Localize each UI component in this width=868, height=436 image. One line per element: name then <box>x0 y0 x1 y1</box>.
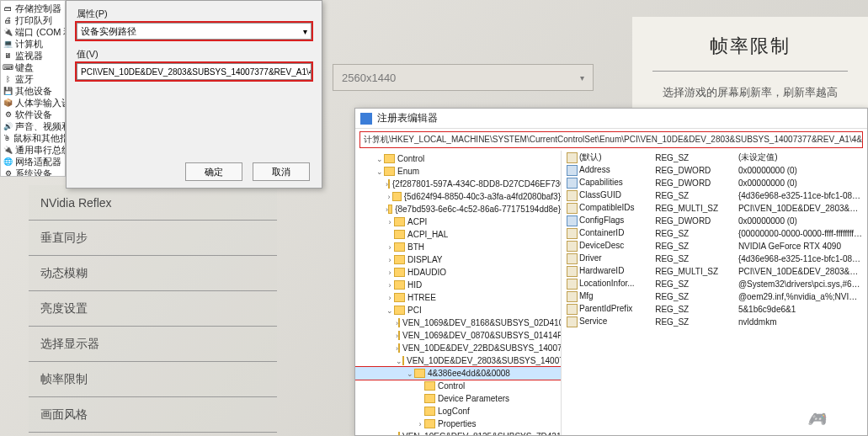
device-icon: ⚙ <box>3 169 13 178</box>
folder-icon <box>394 306 405 315</box>
registry-tree-node[interactable]: ›{5d624f94-8850-40c3-a3fa-a4fd2080baf3} <box>355 190 561 203</box>
expand-icon[interactable]: › <box>386 256 394 264</box>
registry-tree-node[interactable]: ›DISPLAY <box>355 253 561 266</box>
device-tree-item[interactable]: ⚙系统设备 <box>1 167 65 177</box>
watermark: 🎮 九游 <box>807 409 860 429</box>
device-tree-item[interactable]: 🔌端口 (COM 和 LPT) <box>1 26 65 38</box>
registry-value-row[interactable]: ServiceREG_SZnvlddmkm <box>562 316 867 328</box>
expand-icon[interactable]: ⌄ <box>406 370 414 378</box>
device-tree-item[interactable]: ⚙软件设备 <box>1 109 65 120</box>
property-combo[interactable]: 设备实例路径 ▾ <box>77 23 312 40</box>
value-type-icon <box>567 291 578 302</box>
registry-value-row[interactable]: ClassGUIDREG_SZ{4d36e968-e325-11ce-bfc1-… <box>562 189 867 202</box>
registry-tree-node[interactable]: ›VEN_1069&DEV_0870&SUBSYS_01414F1&REV_10 <box>355 329 561 342</box>
registry-value-row[interactable]: CompatibleIDsREG_MULTI_SZPCI\VEN_10DE&DE… <box>562 202 867 215</box>
registry-tree-node[interactable]: ›VEN_10DE&DEV_22BD&SUBSYS_14007377&REV_A… <box>355 342 561 354</box>
value-label: 值(V) <box>77 48 312 61</box>
expand-icon[interactable]: ⌄ <box>375 155 384 163</box>
card-title: 帧率限制 <box>652 34 848 59</box>
registry-value-row[interactable]: DeviceDescREG_SZNVIDIA GeForce RTX 4090 <box>562 240 867 253</box>
registry-tree-node[interactable]: ⌄VEN_10DE&DEV_2803&SUBSYS_14007377&REV_A… <box>355 354 561 367</box>
folder-icon <box>402 356 404 365</box>
registry-values-pane[interactable]: (默认)REG_SZ(未设定值)AddressREG_DWORD0x000000… <box>562 151 867 435</box>
window-title: 注册表编辑器 <box>377 111 438 125</box>
device-icon: ⚙ <box>3 110 13 120</box>
registry-tree-node[interactable]: ACPI_HAL <box>355 228 561 241</box>
registry-tree-node[interactable]: Device Parameters <box>355 392 561 405</box>
setting-row[interactable]: NVidia Reflex <box>29 185 277 221</box>
registry-tree-node[interactable]: ›VEN_10EC&DEV_8125&SUBSYS_7D421462&REV_0… <box>355 430 561 435</box>
expand-icon[interactable]: ⌄ <box>386 306 394 315</box>
setting-row[interactable]: 垂直同步 <box>29 221 277 256</box>
registry-value-row[interactable]: ConfigFlagsREG_DWORD0x00000000 (0) <box>562 215 867 227</box>
setting-row[interactable]: 帧率限制 <box>29 362 277 397</box>
expand-icon[interactable]: › <box>386 294 394 302</box>
device-tree-item[interactable]: 🌐网络适配器 <box>1 156 65 167</box>
registry-tree-node[interactable]: ›HDAUDIO <box>355 266 561 279</box>
registry-path-bar[interactable]: 计算机\HKEY_LOCAL_MACHINE\SYSTEM\CurrentCon… <box>359 131 863 148</box>
expand-icon[interactable]: › <box>386 281 394 290</box>
device-tree-item[interactable]: ⌨键盘 <box>1 61 65 73</box>
registry-tree-node[interactable]: ›HTREE <box>355 291 561 304</box>
registry-tree-node[interactable]: ›VEN_1069&DEV_8168&SUBSYS_02D41014&REV_1… <box>355 316 561 329</box>
setting-row[interactable]: 画面风格 <box>29 397 277 433</box>
device-icon: 🖨 <box>3 16 13 25</box>
registry-value-row[interactable]: AddressREG_DWORD0x00000000 (0) <box>562 164 867 177</box>
registry-tree-node[interactable]: ⌄4&386ee4dd&0&0008 <box>355 367 561 380</box>
resolution-dropdown[interactable]: 2560x1440 ▾ <box>333 64 594 91</box>
device-icon: 🖥 <box>3 51 13 61</box>
registry-tree-node[interactable]: ›Properties <box>355 417 561 430</box>
expand-icon[interactable]: › <box>386 218 394 226</box>
setting-row[interactable]: 亮度设置 <box>29 291 277 327</box>
device-tree-item[interactable]: 📦人体学输入设备 <box>1 97 65 109</box>
expand-icon[interactable]: ⌄ <box>375 167 384 176</box>
registry-tree-node[interactable]: ⌄PCI <box>355 304 561 316</box>
registry-tree-node[interactable]: Control <box>355 380 561 392</box>
device-tree-item[interactable]: 💾其他设备 <box>1 85 65 97</box>
registry-tree[interactable]: ⌄Control⌄Enum›{2f287801-597A-434C-8DD8-D… <box>355 151 562 435</box>
device-tree-item[interactable]: 🖥监视器 <box>1 50 65 61</box>
registry-value-row[interactable]: MfgREG_SZ@oem29.inf,%nvidia_a%;NVIDIA <box>562 290 867 303</box>
setting-row[interactable]: 选择显示器 <box>29 327 277 362</box>
folder-icon <box>398 432 400 435</box>
registry-tree-node[interactable]: ⌄Enum <box>355 165 561 178</box>
registry-tree-node[interactable]: ›ACPI <box>355 215 561 228</box>
device-icon: ⌨ <box>3 63 13 72</box>
folder-icon <box>388 205 392 214</box>
registry-value-row[interactable]: ContainerIDREG_SZ{00000000-0000-0000-fff… <box>562 227 867 240</box>
expand-icon[interactable]: › <box>386 243 394 252</box>
folder-icon <box>394 293 405 302</box>
folder-icon <box>424 407 435 416</box>
device-tree-item[interactable]: 🔊声音、视频和游戏控制器 <box>1 120 65 132</box>
expand-icon[interactable]: ⌄ <box>396 357 402 365</box>
device-tree-item[interactable]: 🖨打印队列 <box>1 14 65 26</box>
registry-tree-node[interactable]: ›{8e7bd593-6e6c-4c52-86a6-77175194dd8e} <box>355 203 561 215</box>
registry-tree-node[interactable]: ⌄Control <box>355 152 561 165</box>
expand-icon[interactable]: › <box>386 269 394 277</box>
registry-tree-node[interactable]: ›{2f287801-597A-434C-8DD8-D27CD46EF73C} <box>355 178 561 190</box>
folder-icon <box>398 318 400 327</box>
device-tree-item[interactable]: 🖱鼠标和其他指针设备 <box>1 132 65 144</box>
folder-icon <box>394 217 405 226</box>
registry-tree-node[interactable]: ›BTH <box>355 241 561 253</box>
ok-button[interactable]: 确定 <box>185 162 242 181</box>
expand-icon[interactable]: › <box>416 420 424 428</box>
device-icon: 🗃 <box>3 4 13 13</box>
expand-icon[interactable]: › <box>386 193 392 201</box>
setting-row[interactable]: 动态模糊 <box>29 256 277 291</box>
device-path-value[interactable]: PCI\VEN_10DE&DEV_2803&SUBSYS_14007377&RE… <box>77 63 312 80</box>
registry-value-row[interactable]: (默认)REG_SZ(未设定值) <box>562 151 867 164</box>
registry-value-row[interactable]: DriverREG_SZ{4d36e968-e325-11ce-bfc1-080… <box>562 253 867 265</box>
registry-value-row[interactable]: ParentIdPrefixREG_SZ5&1b6c9de6&1 <box>562 303 867 316</box>
registry-value-row[interactable]: HardwareIDREG_MULTI_SZPCI\VEN_10DE&DEV_2… <box>562 265 867 278</box>
device-tree-item[interactable]: 💻计算机 <box>1 38 65 50</box>
registry-value-row[interactable]: CapabilitiesREG_DWORD0x00000000 (0) <box>562 177 867 189</box>
folder-icon <box>394 255 405 264</box>
device-tree-item[interactable]: 🗃存储控制器 <box>1 3 65 14</box>
registry-tree-node[interactable]: ›HID <box>355 279 561 291</box>
device-tree-item[interactable]: ᛒ蓝牙 <box>1 73 65 85</box>
device-tree-item[interactable]: 🔌通用串行总线控制器 <box>1 144 65 156</box>
registry-tree-node[interactable]: LogConf <box>355 405 561 417</box>
registry-value-row[interactable]: LocationInfor...REG_SZ@System32\drivers\… <box>562 278 867 290</box>
cancel-button[interactable]: 取消 <box>253 162 310 181</box>
